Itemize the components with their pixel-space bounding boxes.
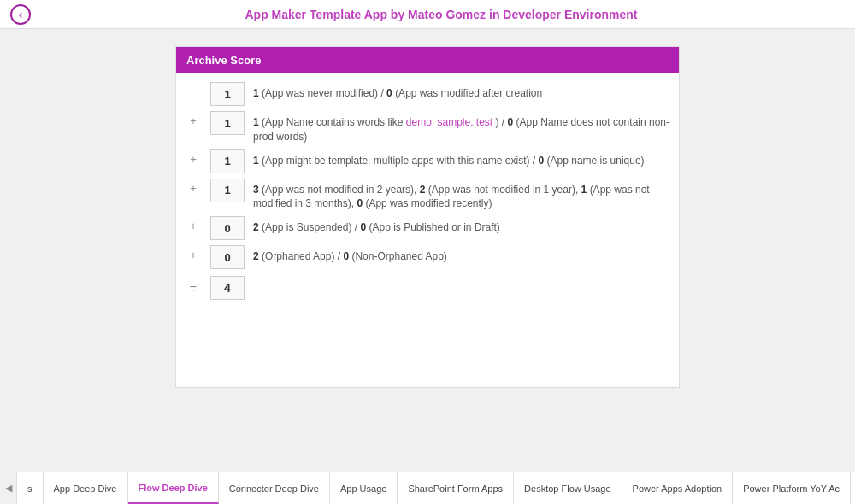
desc-5-bold2: 0 [360, 221, 366, 233]
desc-6-bold2: 0 [343, 250, 349, 262]
score-row-6: + 0 2 (Orphaned App) / 0 (Non-Orphaned A… [185, 245, 670, 269]
score-box-4: 1 [210, 179, 245, 202]
tab-app-usage[interactable]: App Usage [330, 472, 398, 504]
desc-5-bold1: 2 [253, 221, 259, 233]
total-row: = 4 [185, 276, 670, 300]
total-operator: = [185, 281, 202, 296]
desc-4-text1: (App was not modified in 2 years), [262, 184, 420, 196]
operator-1 [185, 82, 202, 85]
desc-3-bold2: 0 [539, 155, 545, 167]
desc-2-text2: ) / [496, 116, 508, 128]
operator-4: + [185, 179, 202, 195]
desc-1-bold1: 1 [253, 87, 259, 99]
chevron-left-icon: ◀ [5, 483, 12, 494]
archive-score-card: Archive Score 1 1 (App was never modifie… [175, 46, 680, 388]
tab-s-label: s [27, 483, 32, 494]
score-box-1: 1 [210, 82, 245, 106]
desc-4-bold4: 0 [357, 197, 363, 209]
operator-3: + [185, 149, 202, 166]
desc-3-text2: (App name is unique) [547, 155, 645, 167]
header: ‹ App Maker Template App by Mateo Gomez … [0, 0, 855, 29]
score-box-3: 1 [210, 149, 245, 173]
tab-connector-deep-dive[interactable]: Connector Deep Dive [219, 472, 330, 504]
desc-2: 1 (App Name contains words like demo, sa… [253, 111, 670, 144]
score-row-4: + 1 3 (App was not modified in 2 years),… [185, 179, 670, 212]
tab-flow-deep-dive-label: Flow Deep Dive [139, 483, 208, 493]
desc-6-text1: (Orphaned App) / [262, 250, 343, 262]
score-box-5: 0 [210, 216, 245, 240]
desc-2-bold1: 1 [253, 116, 259, 128]
desc-6: 2 (Orphaned App) / 0 (Non-Orphaned App) [253, 245, 670, 264]
back-icon: ‹ [19, 8, 23, 21]
card-title: Archive Score [176, 47, 679, 73]
operator-6: + [185, 245, 202, 261]
desc-2-bold2: 0 [508, 116, 514, 128]
page-title: App Maker Template App by Mateo Gomez in… [38, 8, 845, 21]
operator-5: + [185, 216, 202, 232]
tab-nav-left[interactable]: ◀ [0, 472, 17, 504]
desc-4: 3 (App was not modified in 2 years), 2 (… [253, 179, 670, 212]
score-row-2: + 1 1 (App Name contains words like demo… [185, 111, 670, 144]
tab-power-apps-adoption[interactable]: Power Apps Adoption [622, 472, 734, 504]
desc-3: 1 (App might be template, multiple apps … [253, 149, 670, 168]
desc-3-text1: (App might be template, multiple apps wi… [262, 155, 538, 167]
tab-bar: ◀ s App Deep Dive Flow Deep Dive Connect… [0, 472, 855, 504]
desc-5-text1: (App is Suspended) / [262, 221, 360, 233]
tab-connector-deep-dive-label: Connector Deep Dive [229, 483, 319, 494]
score-row-3: + 1 1 (App might be template, multiple a… [185, 149, 670, 173]
tab-desktop-flow-usage-label: Desktop Flow Usage [524, 483, 611, 494]
desc-4-bold1: 3 [253, 184, 259, 196]
tab-app-deep-dive[interactable]: App Deep Dive [44, 472, 128, 504]
desc-6-text2: (Non-Orphaned App) [351, 250, 446, 262]
desc-1-text2: (App was modified after creation [395, 87, 542, 99]
tab-power-apps-adoption-label: Power Apps Adoption [633, 483, 722, 494]
tab-sharepoint-form-apps-label: SharePoint Form Apps [408, 483, 503, 494]
desc-6-bold1: 2 [253, 250, 259, 262]
tab-desktop-flow-usage[interactable]: Desktop Flow Usage [514, 472, 622, 504]
score-rows: 1 1 (App was never modified) / 0 (App wa… [176, 73, 679, 317]
tab-power-platform-yoy[interactable]: Power Platform YoY Ac [733, 472, 851, 504]
back-button[interactable]: ‹ [10, 4, 31, 25]
desc-1-text1: (App was never modified) / [262, 87, 386, 99]
score-box-6: 0 [210, 245, 245, 269]
desc-5: 2 (App is Suspended) / 0 (App is Publish… [253, 216, 670, 235]
desc-1-bold2: 0 [386, 87, 392, 99]
desc-2-text1: (App Name contains words like [262, 116, 406, 128]
operator-2: + [185, 111, 202, 127]
tab-s[interactable]: s [17, 472, 44, 504]
tab-power-platform-yoy-label: Power Platform YoY Ac [743, 483, 840, 494]
desc-1: 1 (App was never modified) / 0 (App was … [253, 82, 670, 101]
tab-sharepoint-form-apps[interactable]: SharePoint Form Apps [398, 472, 514, 504]
desc-4-bold2: 2 [420, 184, 426, 196]
desc-4-text4: (App was modified recently) [365, 197, 492, 209]
desc-5-text2: (App is Published or in Draft) [369, 221, 499, 233]
total-score-box: 4 [210, 276, 245, 300]
desc-2-highlight: demo, sample, test [406, 116, 492, 128]
tab-app-deep-dive-label: App Deep Dive [54, 483, 117, 494]
score-box-2: 1 [210, 111, 245, 135]
main-content: Archive Score 1 1 (App was never modifie… [0, 29, 855, 472]
tab-app-usage-label: App Usage [340, 483, 386, 494]
tab-flow-deep-dive[interactable]: Flow Deep Dive [128, 472, 219, 504]
desc-4-text2: (App was not modified in 1 year), [428, 184, 581, 196]
score-row-1: 1 1 (App was never modified) / 0 (App wa… [185, 82, 670, 106]
score-row-5: + 0 2 (App is Suspended) / 0 (App is Pub… [185, 216, 670, 240]
desc-4-bold3: 1 [581, 184, 587, 196]
desc-3-bold1: 1 [253, 155, 259, 167]
